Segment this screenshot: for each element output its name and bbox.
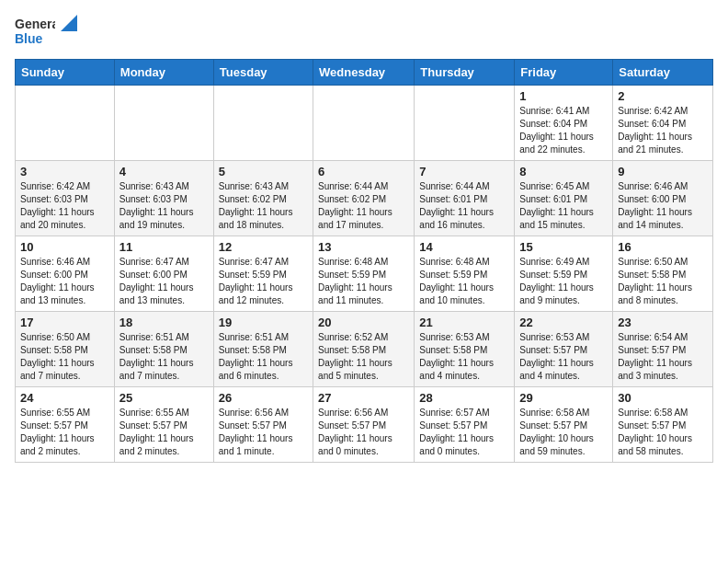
day-info: Sunrise: 6:49 AMSunset: 5:59 PMDaylight:… bbox=[519, 256, 608, 307]
day-number: 20 bbox=[318, 316, 409, 329]
day-number: 13 bbox=[318, 240, 409, 254]
day-number: 29 bbox=[519, 391, 608, 405]
day-number: 23 bbox=[618, 316, 708, 329]
calendar-cell: 18Sunrise: 6:51 AMSunset: 5:58 PMDayligh… bbox=[114, 312, 213, 387]
calendar-cell: 20Sunrise: 6:52 AMSunset: 5:58 PMDayligh… bbox=[313, 312, 415, 387]
calendar-cell: 7Sunrise: 6:44 AMSunset: 6:01 PMDaylight… bbox=[415, 161, 515, 236]
day-number: 25 bbox=[119, 391, 209, 405]
day-info: Sunrise: 6:43 AMSunset: 6:02 PMDaylight:… bbox=[219, 180, 308, 232]
day-number: 12 bbox=[219, 240, 308, 254]
page: General Blue SundayMondayTuesdayWednesda… bbox=[0, 0, 728, 477]
calendar-cell bbox=[114, 86, 213, 161]
day-info: Sunrise: 6:56 AMSunset: 5:57 PMDaylight:… bbox=[219, 407, 308, 458]
calendar-cell: 15Sunrise: 6:49 AMSunset: 5:59 PMDayligh… bbox=[515, 236, 613, 312]
day-info: Sunrise: 6:48 AMSunset: 5:59 PMDaylight:… bbox=[318, 256, 409, 307]
day-info: Sunrise: 6:46 AMSunset: 6:00 PMDaylight:… bbox=[618, 180, 708, 232]
calendar-cell: 26Sunrise: 6:56 AMSunset: 5:57 PMDayligh… bbox=[213, 387, 313, 463]
day-info: Sunrise: 6:53 AMSunset: 5:58 PMDaylight:… bbox=[419, 331, 509, 383]
calendar-header-monday: Monday bbox=[114, 60, 213, 86]
calendar-header-tuesday: Tuesday bbox=[213, 60, 313, 86]
logo-arrow-icon bbox=[61, 15, 77, 31]
logo: General Blue bbox=[15, 15, 77, 48]
calendar-header-row: SundayMondayTuesdayWednesdayThursdayFrid… bbox=[16, 60, 713, 86]
calendar-header-thursday: Thursday bbox=[415, 60, 515, 86]
day-info: Sunrise: 6:42 AMSunset: 6:04 PMDaylight:… bbox=[618, 105, 708, 156]
calendar-cell: 17Sunrise: 6:50 AMSunset: 5:58 PMDayligh… bbox=[16, 312, 115, 387]
calendar-cell: 5Sunrise: 6:43 AMSunset: 6:02 PMDaylight… bbox=[213, 161, 313, 236]
calendar-cell bbox=[16, 86, 115, 161]
day-info: Sunrise: 6:53 AMSunset: 5:57 PMDaylight:… bbox=[519, 331, 608, 383]
calendar-cell: 23Sunrise: 6:54 AMSunset: 5:57 PMDayligh… bbox=[613, 312, 713, 387]
day-number: 14 bbox=[419, 240, 509, 254]
day-number: 26 bbox=[219, 391, 308, 405]
calendar-cell: 29Sunrise: 6:58 AMSunset: 5:57 PMDayligh… bbox=[515, 387, 613, 463]
day-number: 17 bbox=[20, 316, 109, 329]
calendar-cell: 27Sunrise: 6:56 AMSunset: 5:57 PMDayligh… bbox=[313, 387, 415, 463]
calendar-week-row: 1Sunrise: 6:41 AMSunset: 6:04 PMDaylight… bbox=[16, 86, 713, 161]
day-info: Sunrise: 6:46 AMSunset: 6:00 PMDaylight:… bbox=[20, 256, 109, 307]
day-info: Sunrise: 6:45 AMSunset: 6:01 PMDaylight:… bbox=[519, 180, 608, 232]
calendar-cell: 14Sunrise: 6:48 AMSunset: 5:59 PMDayligh… bbox=[415, 236, 515, 312]
day-number: 19 bbox=[219, 316, 308, 329]
svg-text:Blue: Blue bbox=[15, 31, 43, 46]
calendar-cell: 16Sunrise: 6:50 AMSunset: 5:58 PMDayligh… bbox=[613, 236, 713, 312]
calendar-week-row: 17Sunrise: 6:50 AMSunset: 5:58 PMDayligh… bbox=[16, 312, 713, 387]
svg-text:General: General bbox=[15, 17, 55, 31]
calendar-cell bbox=[415, 86, 515, 161]
day-number: 3 bbox=[20, 165, 109, 178]
logo-svg: General Blue bbox=[15, 15, 55, 48]
day-info: Sunrise: 6:51 AMSunset: 5:58 PMDaylight:… bbox=[219, 331, 308, 383]
calendar-cell: 24Sunrise: 6:55 AMSunset: 5:57 PMDayligh… bbox=[16, 387, 115, 463]
day-info: Sunrise: 6:58 AMSunset: 5:57 PMDaylight:… bbox=[618, 407, 708, 458]
calendar-header-wednesday: Wednesday bbox=[313, 60, 415, 86]
calendar-cell: 19Sunrise: 6:51 AMSunset: 5:58 PMDayligh… bbox=[213, 312, 313, 387]
header: General Blue bbox=[15, 15, 713, 48]
calendar-cell: 25Sunrise: 6:55 AMSunset: 5:57 PMDayligh… bbox=[114, 387, 213, 463]
day-number: 11 bbox=[119, 240, 209, 254]
day-info: Sunrise: 6:58 AMSunset: 5:57 PMDaylight:… bbox=[519, 407, 608, 458]
day-info: Sunrise: 6:48 AMSunset: 5:59 PMDaylight:… bbox=[419, 256, 509, 307]
calendar-cell bbox=[313, 86, 415, 161]
day-number: 22 bbox=[519, 316, 608, 329]
day-info: Sunrise: 6:55 AMSunset: 5:57 PMDaylight:… bbox=[20, 407, 109, 458]
day-info: Sunrise: 6:57 AMSunset: 5:57 PMDaylight:… bbox=[419, 407, 509, 458]
calendar-cell: 9Sunrise: 6:46 AMSunset: 6:00 PMDaylight… bbox=[613, 161, 713, 236]
calendar-header-sunday: Sunday bbox=[16, 60, 115, 86]
day-info: Sunrise: 6:50 AMSunset: 5:58 PMDaylight:… bbox=[20, 331, 109, 383]
day-info: Sunrise: 6:52 AMSunset: 5:58 PMDaylight:… bbox=[318, 331, 409, 383]
day-number: 6 bbox=[318, 165, 409, 178]
day-number: 30 bbox=[618, 391, 708, 405]
svg-marker-2 bbox=[61, 15, 77, 31]
calendar-cell: 13Sunrise: 6:48 AMSunset: 5:59 PMDayligh… bbox=[313, 236, 415, 312]
day-number: 21 bbox=[419, 316, 509, 329]
day-info: Sunrise: 6:51 AMSunset: 5:58 PMDaylight:… bbox=[119, 331, 209, 383]
calendar-cell: 30Sunrise: 6:58 AMSunset: 5:57 PMDayligh… bbox=[613, 387, 713, 463]
day-number: 9 bbox=[618, 165, 708, 178]
calendar-cell: 12Sunrise: 6:47 AMSunset: 5:59 PMDayligh… bbox=[213, 236, 313, 312]
day-info: Sunrise: 6:56 AMSunset: 5:57 PMDaylight:… bbox=[318, 407, 409, 458]
day-number: 1 bbox=[519, 89, 608, 103]
calendar-cell: 2Sunrise: 6:42 AMSunset: 6:04 PMDaylight… bbox=[613, 86, 713, 161]
calendar-cell: 21Sunrise: 6:53 AMSunset: 5:58 PMDayligh… bbox=[415, 312, 515, 387]
day-number: 24 bbox=[20, 391, 109, 405]
calendar-cell: 4Sunrise: 6:43 AMSunset: 6:03 PMDaylight… bbox=[114, 161, 213, 236]
day-number: 8 bbox=[519, 165, 608, 178]
day-number: 10 bbox=[20, 240, 109, 254]
calendar-cell bbox=[213, 86, 313, 161]
calendar-week-row: 10Sunrise: 6:46 AMSunset: 6:00 PMDayligh… bbox=[16, 236, 713, 312]
calendar: SundayMondayTuesdayWednesdayThursdayFrid… bbox=[15, 59, 713, 463]
day-number: 5 bbox=[219, 165, 308, 178]
calendar-cell: 28Sunrise: 6:57 AMSunset: 5:57 PMDayligh… bbox=[415, 387, 515, 463]
calendar-week-row: 24Sunrise: 6:55 AMSunset: 5:57 PMDayligh… bbox=[16, 387, 713, 463]
day-info: Sunrise: 6:44 AMSunset: 6:02 PMDaylight:… bbox=[318, 180, 409, 232]
calendar-cell: 8Sunrise: 6:45 AMSunset: 6:01 PMDaylight… bbox=[515, 161, 613, 236]
day-number: 18 bbox=[119, 316, 209, 329]
day-info: Sunrise: 6:54 AMSunset: 5:57 PMDaylight:… bbox=[618, 331, 708, 383]
day-number: 27 bbox=[318, 391, 409, 405]
day-number: 28 bbox=[419, 391, 509, 405]
day-number: 15 bbox=[519, 240, 608, 254]
day-number: 16 bbox=[618, 240, 708, 254]
day-info: Sunrise: 6:55 AMSunset: 5:57 PMDaylight:… bbox=[119, 407, 209, 458]
calendar-cell: 6Sunrise: 6:44 AMSunset: 6:02 PMDaylight… bbox=[313, 161, 415, 236]
calendar-cell: 3Sunrise: 6:42 AMSunset: 6:03 PMDaylight… bbox=[16, 161, 115, 236]
